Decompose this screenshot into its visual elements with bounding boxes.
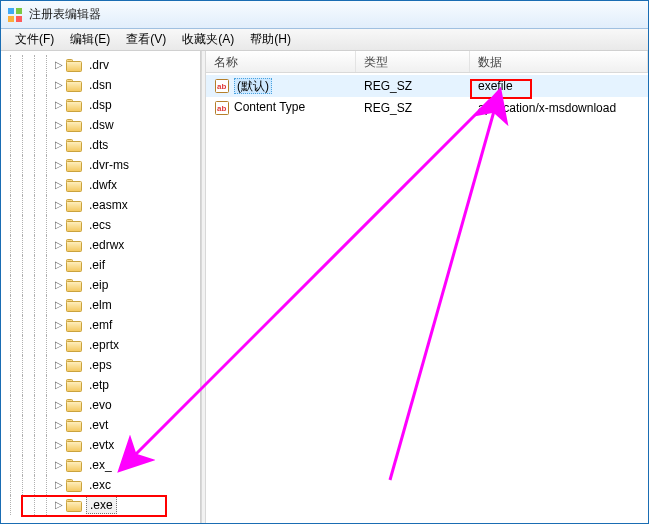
svg-rect-35	[67, 362, 82, 372]
tree-item[interactable]: ▷.dts	[5, 135, 200, 155]
svg-rect-27	[67, 282, 82, 292]
expander-icon[interactable]: ▷	[53, 140, 64, 151]
tree-item[interactable]: ▷.evo	[5, 395, 200, 415]
expander-icon[interactable]: ▷	[53, 160, 64, 171]
expander-icon[interactable]: ▷	[53, 360, 64, 371]
svg-rect-39	[67, 402, 82, 412]
svg-rect-31	[67, 322, 82, 332]
expander-icon[interactable]: ▷	[53, 300, 64, 311]
svg-rect-25	[67, 262, 82, 272]
menu-edit[interactable]: 编辑(E)	[62, 29, 118, 50]
expander-icon[interactable]: ▷	[53, 320, 64, 331]
tree-item[interactable]: ▷.dsp	[5, 95, 200, 115]
svg-rect-21	[67, 222, 82, 232]
tree-item[interactable]: ▷.drv	[5, 55, 200, 75]
expander-icon[interactable]: ▷	[53, 180, 64, 191]
tree-item[interactable]: ▷.dsw	[5, 115, 200, 135]
value-data: exefile	[470, 77, 648, 95]
expander-icon[interactable]: ▷	[53, 460, 64, 471]
tree-item-label: .ecs	[86, 217, 114, 233]
tree-item[interactable]: ▷.etp	[5, 375, 200, 395]
svg-rect-33	[67, 342, 82, 352]
tree-item[interactable]: ▷.edrwx	[5, 235, 200, 255]
tree-item-label: .eif	[86, 257, 108, 273]
folder-icon	[66, 458, 82, 472]
expander-icon[interactable]: ▷	[53, 80, 64, 91]
menu-favorites[interactable]: 收藏夹(A)	[174, 29, 242, 50]
svg-rect-3	[16, 16, 22, 22]
svg-rect-13	[67, 142, 82, 152]
tree-item[interactable]: ▷.evtx	[5, 435, 200, 455]
expander-icon[interactable]: ▷	[53, 260, 64, 271]
menu-view[interactable]: 查看(V)	[118, 29, 174, 50]
expander-icon[interactable]: ▷	[53, 380, 64, 391]
tree-item[interactable]: ▷.eprtx	[5, 335, 200, 355]
tree-item-label: .eip	[86, 277, 111, 293]
expander-icon[interactable]: ▷	[53, 280, 64, 291]
tree-item-label: .evo	[86, 397, 115, 413]
list-row[interactable]: ab(默认)REG_SZexefile	[206, 75, 648, 97]
tree-item[interactable]: ▷.emf	[5, 315, 200, 335]
folder-icon	[66, 218, 82, 232]
tree-item[interactable]: ▷.eif	[5, 255, 200, 275]
tree-item-label: .exc	[86, 477, 114, 493]
tree-item[interactable]: ▷.eip	[5, 275, 200, 295]
tree-item[interactable]: ▷.ex_	[5, 455, 200, 475]
svg-rect-5	[67, 62, 82, 72]
svg-text:ab: ab	[217, 82, 226, 91]
tree-item[interactable]: ▷.elm	[5, 295, 200, 315]
expander-icon[interactable]: ▷	[53, 500, 64, 511]
expander-icon[interactable]: ▷	[53, 440, 64, 451]
tree-item-label: .evtx	[86, 437, 117, 453]
menu-file[interactable]: 文件(F)	[7, 29, 62, 50]
tree-item[interactable]: ▷.exc	[5, 475, 200, 495]
svg-rect-49	[67, 502, 82, 512]
tree-item[interactable]: ▷.eps	[5, 355, 200, 375]
menu-help[interactable]: 帮助(H)	[242, 29, 299, 50]
tree-item[interactable]: ▷.dvr-ms	[5, 155, 200, 175]
folder-icon	[66, 198, 82, 212]
column-name[interactable]: 名称	[206, 51, 356, 72]
svg-rect-43	[67, 442, 82, 452]
folder-icon	[66, 78, 82, 92]
expander-icon[interactable]: ▷	[53, 400, 64, 411]
folder-icon	[66, 418, 82, 432]
tree-item-label: .ex_	[86, 457, 115, 473]
list-pane[interactable]: 名称 类型 数据 ab(默认)REG_SZexefileabContent Ty…	[206, 51, 648, 523]
svg-rect-0	[8, 8, 14, 14]
tree-pane[interactable]: ▷.drv▷.dsn▷.dsp▷.dsw▷.dts▷.dvr-ms▷.dwfx▷…	[1, 51, 201, 523]
titlebar: 注册表编辑器	[1, 1, 648, 29]
folder-icon	[66, 278, 82, 292]
tree-item-label: .eps	[86, 357, 115, 373]
svg-rect-29	[67, 302, 82, 312]
expander-icon[interactable]: ▷	[53, 420, 64, 431]
expander-icon[interactable]: ▷	[53, 340, 64, 351]
expander-icon[interactable]: ▷	[53, 480, 64, 491]
expander-icon[interactable]: ▷	[53, 200, 64, 211]
svg-rect-7	[67, 82, 82, 92]
folder-icon	[66, 258, 82, 272]
tree-item[interactable]: ▷.dwfx	[5, 175, 200, 195]
tree-item[interactable]: ▷.easmx	[5, 195, 200, 215]
column-type[interactable]: 类型	[356, 51, 470, 72]
expander-icon[interactable]: ▷	[53, 100, 64, 111]
expander-icon[interactable]: ▷	[53, 120, 64, 131]
tree-item[interactable]: ▷.ecs	[5, 215, 200, 235]
tree-item[interactable]: ▷.exe	[5, 495, 200, 515]
tree-item-label: .easmx	[86, 197, 131, 213]
svg-rect-17	[67, 182, 82, 192]
folder-icon	[66, 138, 82, 152]
window-title: 注册表编辑器	[29, 6, 101, 23]
string-value-icon: ab	[214, 78, 230, 94]
list-row[interactable]: abContent TypeREG_SZapplication/x-msdown…	[206, 97, 648, 119]
tree-item-label: .dwfx	[86, 177, 120, 193]
svg-text:ab: ab	[217, 104, 226, 113]
regedit-icon	[7, 7, 23, 23]
tree-item[interactable]: ▷.evt	[5, 415, 200, 435]
expander-icon[interactable]: ▷	[53, 60, 64, 71]
tree-item[interactable]: ▷.dsn	[5, 75, 200, 95]
expander-icon[interactable]: ▷	[53, 220, 64, 231]
svg-rect-15	[67, 162, 82, 172]
column-data[interactable]: 数据	[470, 51, 648, 72]
expander-icon[interactable]: ▷	[53, 240, 64, 251]
